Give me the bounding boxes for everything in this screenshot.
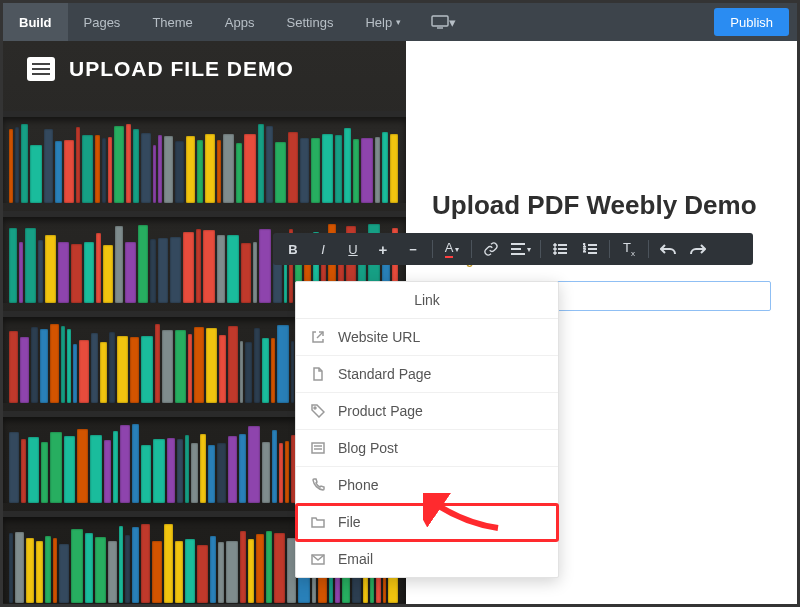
nav-label: Settings	[286, 15, 333, 30]
external-link-icon	[310, 329, 326, 345]
font-size-button[interactable]: +	[369, 235, 397, 263]
bullet-list-button[interactable]	[546, 235, 574, 263]
clear-formatting-button[interactable]: Tx	[615, 235, 643, 263]
svg-rect-17	[312, 443, 324, 453]
site-title: UPLOAD FILE DEMO	[69, 57, 294, 81]
nav-build[interactable]: Build	[3, 3, 68, 41]
tag-icon	[310, 403, 326, 419]
nav-theme[interactable]: Theme	[136, 3, 208, 41]
text-toolbar: B I U + − A▾ ▾ 12 Tx	[273, 233, 753, 265]
nav-label: Apps	[225, 15, 255, 30]
link-option-label: Phone	[338, 477, 378, 493]
italic-button[interactable]: I	[309, 235, 337, 263]
top-nav: Build Pages Theme Apps Settings Help▾ ▾ …	[3, 3, 797, 41]
link-button[interactable]	[477, 235, 505, 263]
callout-arrow-icon	[423, 493, 503, 533]
font-size-decrease-button[interactable]: −	[399, 235, 427, 263]
bullet-list-icon	[553, 243, 567, 255]
svg-text:2: 2	[583, 247, 586, 253]
nav-help[interactable]: Help▾	[349, 3, 417, 41]
link-option-blog-post[interactable]: Blog Post	[296, 430, 558, 467]
page-icon	[310, 366, 326, 382]
undo-button[interactable]	[654, 235, 682, 263]
align-icon	[511, 243, 525, 255]
underline-button[interactable]: U	[339, 235, 367, 263]
undo-icon	[660, 243, 676, 255]
nav-label: Build	[19, 15, 52, 30]
nav-label: Pages	[84, 15, 121, 30]
svg-point-6	[554, 248, 557, 251]
nav-settings[interactable]: Settings	[270, 3, 349, 41]
nav-pages[interactable]: Pages	[68, 3, 137, 41]
chevron-down-icon: ▾	[449, 15, 456, 30]
monitor-icon	[431, 15, 449, 29]
nav-device-preview[interactable]: ▾	[417, 3, 470, 41]
number-list-icon: 12	[583, 243, 597, 255]
redo-icon	[690, 243, 706, 255]
publish-button[interactable]: Publish	[714, 8, 789, 36]
link-menu-title: Link	[296, 282, 558, 319]
publish-label: Publish	[730, 15, 773, 30]
post-icon	[310, 440, 326, 456]
link-option-product-page[interactable]: Product Page	[296, 393, 558, 430]
bold-button[interactable]: B	[279, 235, 307, 263]
link-option-label: Website URL	[338, 329, 420, 345]
svg-point-5	[554, 244, 557, 247]
number-list-button[interactable]: 12	[576, 235, 604, 263]
chevron-down-icon: ▾	[396, 17, 401, 27]
link-option-label: Product Page	[338, 403, 423, 419]
align-button[interactable]: ▾	[507, 235, 535, 263]
mail-icon	[310, 551, 326, 567]
phone-icon	[310, 477, 326, 493]
text-color-button[interactable]: A▾	[438, 235, 466, 263]
menu-icon[interactable]	[27, 57, 55, 81]
link-option-label: Standard Page	[338, 366, 431, 382]
nav-apps[interactable]: Apps	[209, 3, 271, 41]
svg-point-7	[554, 252, 557, 255]
link-option-label: Blog Post	[338, 440, 398, 456]
link-option-label: File	[338, 514, 361, 530]
page-heading: Upload PDF Weebly Demo	[432, 191, 771, 221]
redo-button[interactable]	[684, 235, 712, 263]
link-option-website-url[interactable]: Website URL	[296, 319, 558, 356]
svg-point-16	[314, 407, 316, 409]
link-option-standard-page[interactable]: Standard Page	[296, 356, 558, 393]
nav-label: Help	[365, 15, 392, 30]
svg-rect-0	[432, 16, 448, 26]
nav-label: Theme	[152, 15, 192, 30]
folder-icon	[310, 514, 326, 530]
link-option-label: Email	[338, 551, 373, 567]
link-option-email[interactable]: Email	[296, 541, 558, 577]
link-menu: Link Website URL Standard Page Product P…	[295, 281, 559, 578]
link-icon	[483, 241, 499, 257]
